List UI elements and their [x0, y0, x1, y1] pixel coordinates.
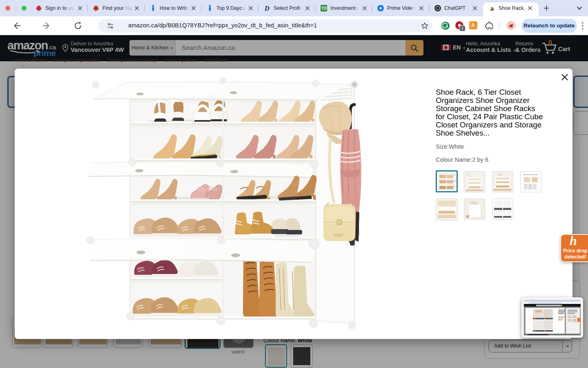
svg-text:D: D	[264, 4, 270, 12]
svg-text:TD: TD	[321, 6, 326, 11]
